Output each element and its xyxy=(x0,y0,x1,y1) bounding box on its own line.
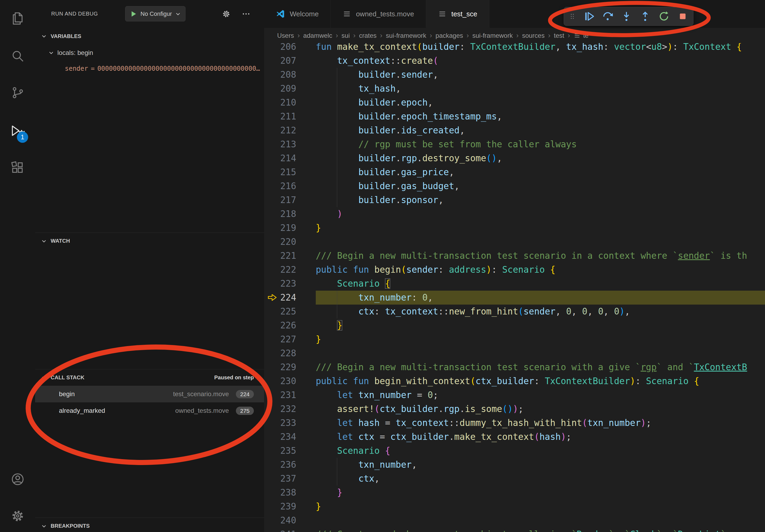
code-text[interactable]: builder.gas_price, xyxy=(316,165,765,179)
code-line-237[interactable]: 237 ctx, xyxy=(264,472,765,486)
line-number[interactable]: 238 xyxy=(264,486,296,500)
breadcrumb-item[interactable]: crates xyxy=(359,32,376,39)
line-number[interactable]: 239 xyxy=(264,500,296,513)
line-number[interactable]: 228 xyxy=(264,346,296,360)
code-line-229[interactable]: 229/// Begin a new multi-transaction tes… xyxy=(264,360,765,374)
code-line-233[interactable]: 233 let hash = tx_context::dummy_tx_hash… xyxy=(264,416,765,430)
code-line-236[interactable]: 236 txn_number, xyxy=(264,458,765,472)
sidebar-item-explorer[interactable] xyxy=(0,5,35,32)
code-line-221[interactable]: 221/// Begin a new multi-transaction tes… xyxy=(264,249,765,263)
line-number[interactable]: 220 xyxy=(264,235,296,249)
line-number[interactable]: 210 xyxy=(264,96,296,110)
code-text[interactable]: builder.gas_budget, xyxy=(316,179,765,193)
code-text[interactable]: let hash = tx_context::dummy_tx_hash_wit… xyxy=(316,416,765,430)
code-text[interactable]: // rgp must be set from the caller alway… xyxy=(316,137,765,151)
code-line-208[interactable]: 208 builder.sender, xyxy=(264,68,765,82)
code-text[interactable]: txn_number: 0, xyxy=(316,291,765,305)
code-line-241[interactable]: 241/// Creates and shares system objects… xyxy=(264,527,765,532)
line-number[interactable]: 211 xyxy=(264,110,296,124)
variables-scope-row[interactable]: locals: begin xyxy=(35,45,264,61)
tab-welcome[interactable]: Welcome xyxy=(264,0,331,28)
code-line-219[interactable]: 219} xyxy=(264,221,765,235)
code-text[interactable]: tx_context::create( xyxy=(316,54,765,68)
line-number[interactable]: 223 xyxy=(264,277,296,291)
line-number[interactable]: 216 xyxy=(264,179,296,193)
line-number[interactable]: 219 xyxy=(264,221,296,235)
code-line-216[interactable]: 216 builder.gas_budget, xyxy=(264,179,765,193)
code-text[interactable]: Scenario { xyxy=(316,444,765,458)
line-number[interactable]: 224 xyxy=(264,291,296,305)
sidebar-item-run-and-debug[interactable]: 1 xyxy=(0,117,35,145)
line-number[interactable]: 235 xyxy=(264,444,296,458)
breakpoints-section-header[interactable]: BREAKPOINTS xyxy=(35,518,264,532)
code-text[interactable]: ctx, xyxy=(316,472,765,486)
line-number[interactable]: 230 xyxy=(264,374,296,388)
line-number[interactable]: 236 xyxy=(264,458,296,472)
debug-config-dropdown[interactable]: No Configur xyxy=(125,6,186,21)
tab-test-scenario[interactable]: test_sce xyxy=(426,0,489,28)
step-into-button[interactable] xyxy=(620,10,633,23)
sidebar-item-source-control[interactable] xyxy=(0,79,35,107)
line-number[interactable]: 213 xyxy=(264,137,296,151)
code-text[interactable] xyxy=(316,513,765,527)
code-text[interactable]: /// Begin a new multi-transaction test s… xyxy=(316,249,765,263)
breadcrumb-item[interactable]: sui-framework xyxy=(386,32,426,39)
toolbar-gripper-icon[interactable] xyxy=(568,10,576,23)
code-editor[interactable]: 206fun make_tx_context(builder: TxContex… xyxy=(264,0,765,532)
breadcrumb-item[interactable]: packages xyxy=(435,32,463,39)
line-number[interactable]: 222 xyxy=(264,263,296,277)
breadcrumb-file[interactable]: te xyxy=(574,32,589,39)
code-line-220[interactable]: 220 xyxy=(264,235,765,249)
code-text[interactable]: builder.rgp.destroy_some(), xyxy=(316,151,765,165)
code-text[interactable]: let ctx = ctx_builder.make_tx_context(ha… xyxy=(316,430,765,444)
code-text[interactable]: public fun begin(sender: address): Scena… xyxy=(316,263,765,277)
code-line-232[interactable]: 232 assert!(ctx_builder.rgp.is_some()); xyxy=(264,402,765,416)
code-text[interactable]: Scenario { xyxy=(316,277,765,291)
code-line-212[interactable]: 212 builder.ids_created, xyxy=(264,124,765,137)
code-text[interactable] xyxy=(316,235,765,249)
tab-owned-tests[interactable]: owned_tests.move xyxy=(331,0,426,28)
code-line-226[interactable]: 226 } xyxy=(264,319,765,333)
breadcrumb-item[interactable]: adamwelc xyxy=(303,32,332,39)
code-text[interactable]: tx_hash, xyxy=(316,82,765,96)
code-line-211[interactable]: 211 builder.epoch_timestamp_ms, xyxy=(264,110,765,124)
code-line-213[interactable]: 213 // rgp must be set from the caller a… xyxy=(264,137,765,151)
continue-button[interactable] xyxy=(583,10,595,23)
code-text[interactable]: ctx: tx_context::new_from_hint(sender, 0… xyxy=(316,305,765,319)
line-number[interactable]: 233 xyxy=(264,416,296,430)
code-line-215[interactable]: 215 builder.gas_price, xyxy=(264,165,765,179)
line-number[interactable]: 237 xyxy=(264,472,296,486)
code-text[interactable]: txn_number, xyxy=(316,458,765,472)
code-line-210[interactable]: 210 builder.epoch, xyxy=(264,96,765,110)
views-more-actions-button[interactable] xyxy=(241,8,252,20)
code-line-239[interactable]: 239} xyxy=(264,500,765,513)
breadcrumb-item[interactable]: sui-framework xyxy=(472,32,513,39)
stack-frame-already-marked[interactable]: already_marked owned_tests.move 275 xyxy=(35,402,264,419)
code-text[interactable]: /// Creates and shares system objects, a… xyxy=(316,527,765,532)
line-number[interactable]: 212 xyxy=(264,124,296,137)
line-number[interactable]: 241 xyxy=(264,527,296,532)
variable-row-sender[interactable]: sender = 0000000000000000000000000000000… xyxy=(35,61,264,76)
code-text[interactable]: } xyxy=(316,333,765,346)
line-number[interactable]: 226 xyxy=(264,319,296,333)
settings-button[interactable] xyxy=(0,502,35,530)
line-number[interactable]: 240 xyxy=(264,513,296,527)
code-line-227[interactable]: 227} xyxy=(264,333,765,346)
stack-frame-begin[interactable]: begin test_scenario.move 224 xyxy=(35,386,264,402)
code-line-217[interactable]: 217 builder.sponsor, xyxy=(264,193,765,207)
code-text[interactable]: let txn_number = 0; xyxy=(316,388,765,402)
call-stack-section-header[interactable]: CALL STACK Paused on step xyxy=(35,369,264,386)
code-line-218[interactable]: 218 ) xyxy=(264,207,765,221)
code-line-238[interactable]: 238 } xyxy=(264,486,765,500)
breadcrumb-item[interactable]: sources xyxy=(522,32,545,39)
code-text[interactable]: } xyxy=(316,319,765,333)
breadcrumb-item[interactable]: Users xyxy=(277,32,294,39)
code-text[interactable]: /// Begin a new multi-transaction test s… xyxy=(316,360,765,374)
code-line-214[interactable]: 214 builder.rgp.destroy_some(), xyxy=(264,151,765,165)
code-line-225[interactable]: 225 ctx: tx_context::new_from_hint(sende… xyxy=(264,305,765,319)
code-text[interactable]: } xyxy=(316,500,765,513)
code-line-235[interactable]: 235 Scenario { xyxy=(264,444,765,458)
line-number[interactable]: 234 xyxy=(264,430,296,444)
code-line-209[interactable]: 209 tx_hash, xyxy=(264,82,765,96)
code-line-228[interactable]: 228 xyxy=(264,346,765,360)
